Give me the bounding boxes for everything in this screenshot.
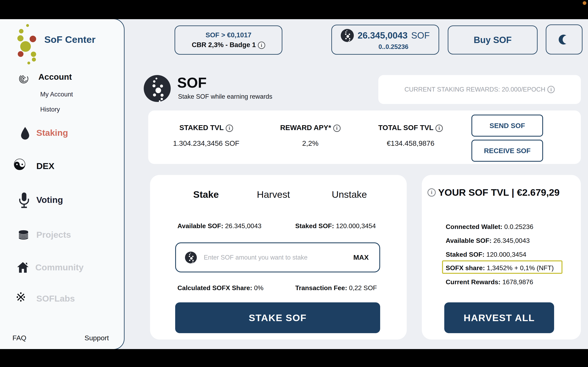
support-link[interactable]: Support [85, 334, 109, 342]
available-sof-row: Available SOF: 26.345,0043 [446, 237, 530, 244]
receive-sof-button[interactable]: RECEIVE SOF [471, 140, 543, 162]
brand-title: SoF Center [44, 34, 95, 45]
staking-rewards-banner: CURRENT STAKING REWARDS: 20.000/EPOCHi [378, 75, 581, 104]
sofx-share-row: SOFX share: 1,3452% + 0,1% (NFT) [446, 264, 554, 272]
staked-sof-row: Staked SOF: 120.000,3454 [446, 251, 526, 258]
info-icon[interactable]: i [547, 86, 555, 93]
sidebar-item-staking[interactable]: Staking [0, 126, 122, 142]
total-sof-tvl-value: €134.458,9876 [378, 139, 443, 147]
sidebar: SoF Center Account My Account History [0, 19, 124, 349]
current-rewards-row: Current Rewards: 1678,9876 [446, 278, 533, 286]
staked-tvl-stat: STAKED TVLi 1.304.234,3456 SOF [173, 124, 240, 147]
transaction-fee-line: Transaction Fee: 0,22 SOF [295, 284, 377, 292]
wallet-balance: 26.345,0043 [357, 30, 407, 41]
sidebar-item-label: Staking [36, 128, 68, 138]
price-cbr-button[interactable]: SOF > €0,1017 CBR 2,3% - Badge 1i [174, 25, 282, 55]
microphone-icon [18, 192, 30, 209]
sof-price-text: SOF > €0,1017 [206, 31, 251, 39]
info-icon[interactable]: i [333, 125, 341, 132]
sidebar-item-voting[interactable]: Voting [0, 191, 122, 211]
droplet-icon [19, 126, 31, 140]
reward-apy-stat: REWARD APY*i 2,2% [280, 124, 341, 147]
sidebar-item-label: DEX [36, 161, 54, 171]
connected-wallet-row: Connected Wallet: 0.0.25236 [446, 223, 533, 231]
page-title: SOF [177, 75, 207, 91]
top-black-bar [0, 0, 588, 19]
info-icon[interactable]: i [435, 125, 443, 132]
coin-stack-icon [17, 229, 29, 240]
sof-coin-icon [341, 29, 354, 42]
sidebar-item-label: Account [38, 72, 72, 82]
app-window: SoF Center Account My Account History [0, 0, 588, 367]
stake-amount-field: MAX [175, 242, 380, 272]
wallet-account-id: 0..0.25236 [379, 43, 408, 50]
sidebar-item-label: SOFLabs [36, 294, 75, 304]
sof-logo-icon [144, 75, 171, 102]
sidebar-item-community[interactable]: Community [0, 261, 122, 274]
main-background: SoF Center Account My Account History [0, 19, 588, 349]
total-sof-tvl-stat: TOTAL SOF TVLi €134.458,9876 [378, 124, 443, 147]
sidebar-item-label: Projects [36, 230, 71, 240]
stake-sof-button[interactable]: STAKE SOF [175, 302, 380, 333]
sidebar-item-label: Community [35, 262, 84, 272]
faq-link[interactable]: FAQ [12, 334, 26, 342]
cbr-badge-text: CBR 2,3% - Badge 1i [192, 41, 265, 49]
sidebar-item-dex[interactable]: ☯ DEX [0, 157, 122, 176]
yin-yang-icon: ☯ [13, 156, 26, 173]
bottom-black-bar [0, 349, 588, 367]
page-subtitle: Stake SOF while earning rewards [178, 93, 272, 100]
moon-icon [558, 34, 570, 45]
sidebar-item-soflabs[interactable]: ※ SOFLabs [0, 292, 122, 305]
send-sof-button[interactable]: SEND SOF [471, 115, 543, 137]
tab-harvest[interactable]: Harvest [257, 189, 290, 200]
stake-amount-input[interactable] [204, 254, 346, 261]
sidebar-item-my-account[interactable]: My Account [40, 91, 97, 100]
fingerprint-icon [18, 72, 29, 84]
harvest-all-button[interactable]: HARVEST ALL [444, 302, 554, 333]
wallet-button[interactable]: 26.345,0043 SOF 0..0.25236 [331, 25, 439, 55]
staked-tvl-value: 1.304.234,3456 SOF [173, 139, 240, 147]
sidebar-item-label: Voting [36, 195, 63, 205]
buy-sof-button[interactable]: Buy SOF [448, 25, 537, 54]
available-sof-line: Available SOF: 26.345,0043 [177, 222, 261, 230]
sidebar-item-history[interactable]: History [40, 106, 97, 115]
calculated-share-line: Calculated SOFX Share: 0% [177, 284, 263, 292]
sof-center-logo-icon [16, 24, 41, 65]
wallet-currency: SOF [411, 30, 430, 41]
reference-mark-icon: ※ [16, 290, 26, 305]
house-icon [17, 261, 29, 273]
panel-title: i YOUR SOF TVL | €2.679,29 [428, 187, 560, 198]
sidebar-item-projects[interactable]: Projects [0, 229, 122, 241]
your-sof-tvl-panel: i YOUR SOF TVL | €2.679,29 Connected Wal… [422, 175, 581, 340]
info-icon[interactable]: i [258, 42, 265, 49]
max-button[interactable]: MAX [353, 253, 369, 261]
tab-stake[interactable]: Stake [193, 189, 219, 200]
sidebar-item-account[interactable]: Account [0, 72, 122, 85]
staked-sof-line: Staked SOF: 120.000,3454 [295, 222, 376, 230]
sof-coin-icon [185, 252, 197, 263]
info-icon[interactable]: i [226, 125, 233, 132]
tab-unstake[interactable]: Unstake [332, 189, 367, 200]
info-icon[interactable]: i [428, 188, 436, 197]
reward-apy-value: 2,2% [280, 139, 341, 147]
theme-toggle-button[interactable] [546, 25, 582, 54]
stake-panel: Stake Harvest Unstake Available SOF: 26.… [150, 175, 407, 340]
record-indicator-dot [583, 1, 586, 5]
stats-card: STAKED TVLi 1.304.234,3456 SOF REWARD AP… [148, 110, 581, 164]
